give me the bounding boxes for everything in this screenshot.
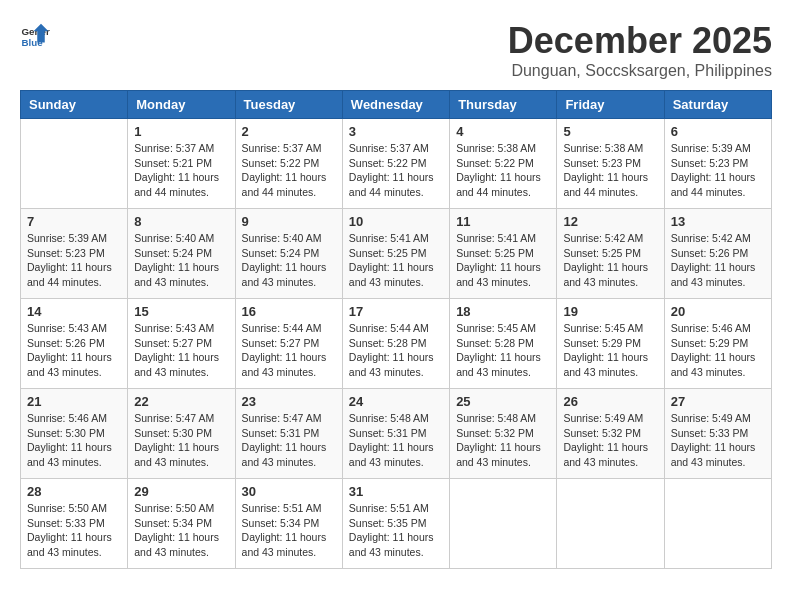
day-number: 13 bbox=[671, 214, 765, 229]
day-number: 23 bbox=[242, 394, 336, 409]
day-info: Sunrise: 5:50 AMSunset: 5:33 PMDaylight:… bbox=[27, 501, 121, 560]
calendar-cell: 31Sunrise: 5:51 AMSunset: 5:35 PMDayligh… bbox=[342, 479, 449, 569]
day-number: 31 bbox=[349, 484, 443, 499]
logo-icon: General Blue bbox=[20, 20, 50, 50]
calendar-cell: 29Sunrise: 5:50 AMSunset: 5:34 PMDayligh… bbox=[128, 479, 235, 569]
day-info: Sunrise: 5:42 AMSunset: 5:26 PMDaylight:… bbox=[671, 231, 765, 290]
col-header-tuesday: Tuesday bbox=[235, 91, 342, 119]
day-info: Sunrise: 5:43 AMSunset: 5:27 PMDaylight:… bbox=[134, 321, 228, 380]
week-row-3: 14Sunrise: 5:43 AMSunset: 5:26 PMDayligh… bbox=[21, 299, 772, 389]
day-number: 27 bbox=[671, 394, 765, 409]
calendar-cell: 27Sunrise: 5:49 AMSunset: 5:33 PMDayligh… bbox=[664, 389, 771, 479]
calendar-header-row: SundayMondayTuesdayWednesdayThursdayFrid… bbox=[21, 91, 772, 119]
calendar-cell: 28Sunrise: 5:50 AMSunset: 5:33 PMDayligh… bbox=[21, 479, 128, 569]
day-info: Sunrise: 5:51 AMSunset: 5:35 PMDaylight:… bbox=[349, 501, 443, 560]
col-header-sunday: Sunday bbox=[21, 91, 128, 119]
day-info: Sunrise: 5:42 AMSunset: 5:25 PMDaylight:… bbox=[563, 231, 657, 290]
day-number: 12 bbox=[563, 214, 657, 229]
calendar-cell bbox=[21, 119, 128, 209]
day-number: 1 bbox=[134, 124, 228, 139]
day-info: Sunrise: 5:44 AMSunset: 5:28 PMDaylight:… bbox=[349, 321, 443, 380]
calendar-cell: 20Sunrise: 5:46 AMSunset: 5:29 PMDayligh… bbox=[664, 299, 771, 389]
day-info: Sunrise: 5:38 AMSunset: 5:23 PMDaylight:… bbox=[563, 141, 657, 200]
day-number: 7 bbox=[27, 214, 121, 229]
title-block: December 2025 Dunguan, Soccsksargen, Phi… bbox=[508, 20, 772, 80]
calendar-cell: 25Sunrise: 5:48 AMSunset: 5:32 PMDayligh… bbox=[450, 389, 557, 479]
svg-text:General: General bbox=[22, 26, 51, 37]
col-header-monday: Monday bbox=[128, 91, 235, 119]
col-header-friday: Friday bbox=[557, 91, 664, 119]
calendar-table: SundayMondayTuesdayWednesdayThursdayFrid… bbox=[20, 90, 772, 569]
day-info: Sunrise: 5:37 AMSunset: 5:22 PMDaylight:… bbox=[242, 141, 336, 200]
calendar-cell: 6Sunrise: 5:39 AMSunset: 5:23 PMDaylight… bbox=[664, 119, 771, 209]
col-header-wednesday: Wednesday bbox=[342, 91, 449, 119]
day-number: 22 bbox=[134, 394, 228, 409]
calendar-cell: 14Sunrise: 5:43 AMSunset: 5:26 PMDayligh… bbox=[21, 299, 128, 389]
calendar-cell: 26Sunrise: 5:49 AMSunset: 5:32 PMDayligh… bbox=[557, 389, 664, 479]
day-info: Sunrise: 5:46 AMSunset: 5:30 PMDaylight:… bbox=[27, 411, 121, 470]
calendar-cell: 18Sunrise: 5:45 AMSunset: 5:28 PMDayligh… bbox=[450, 299, 557, 389]
calendar-cell bbox=[450, 479, 557, 569]
calendar-cell: 3Sunrise: 5:37 AMSunset: 5:22 PMDaylight… bbox=[342, 119, 449, 209]
calendar-cell: 12Sunrise: 5:42 AMSunset: 5:25 PMDayligh… bbox=[557, 209, 664, 299]
calendar-cell: 9Sunrise: 5:40 AMSunset: 5:24 PMDaylight… bbox=[235, 209, 342, 299]
day-info: Sunrise: 5:45 AMSunset: 5:28 PMDaylight:… bbox=[456, 321, 550, 380]
calendar-cell: 4Sunrise: 5:38 AMSunset: 5:22 PMDaylight… bbox=[450, 119, 557, 209]
day-number: 21 bbox=[27, 394, 121, 409]
day-info: Sunrise: 5:37 AMSunset: 5:22 PMDaylight:… bbox=[349, 141, 443, 200]
calendar-cell: 1Sunrise: 5:37 AMSunset: 5:21 PMDaylight… bbox=[128, 119, 235, 209]
day-number: 5 bbox=[563, 124, 657, 139]
day-number: 28 bbox=[27, 484, 121, 499]
day-number: 17 bbox=[349, 304, 443, 319]
calendar-cell: 13Sunrise: 5:42 AMSunset: 5:26 PMDayligh… bbox=[664, 209, 771, 299]
day-info: Sunrise: 5:43 AMSunset: 5:26 PMDaylight:… bbox=[27, 321, 121, 380]
calendar-cell: 15Sunrise: 5:43 AMSunset: 5:27 PMDayligh… bbox=[128, 299, 235, 389]
calendar-cell bbox=[557, 479, 664, 569]
day-number: 25 bbox=[456, 394, 550, 409]
calendar-cell: 5Sunrise: 5:38 AMSunset: 5:23 PMDaylight… bbox=[557, 119, 664, 209]
day-info: Sunrise: 5:49 AMSunset: 5:33 PMDaylight:… bbox=[671, 411, 765, 470]
day-number: 15 bbox=[134, 304, 228, 319]
day-info: Sunrise: 5:48 AMSunset: 5:31 PMDaylight:… bbox=[349, 411, 443, 470]
day-info: Sunrise: 5:39 AMSunset: 5:23 PMDaylight:… bbox=[671, 141, 765, 200]
week-row-1: 1Sunrise: 5:37 AMSunset: 5:21 PMDaylight… bbox=[21, 119, 772, 209]
day-info: Sunrise: 5:38 AMSunset: 5:22 PMDaylight:… bbox=[456, 141, 550, 200]
calendar-cell: 30Sunrise: 5:51 AMSunset: 5:34 PMDayligh… bbox=[235, 479, 342, 569]
day-info: Sunrise: 5:37 AMSunset: 5:21 PMDaylight:… bbox=[134, 141, 228, 200]
day-number: 20 bbox=[671, 304, 765, 319]
calendar-cell: 10Sunrise: 5:41 AMSunset: 5:25 PMDayligh… bbox=[342, 209, 449, 299]
calendar-cell: 22Sunrise: 5:47 AMSunset: 5:30 PMDayligh… bbox=[128, 389, 235, 479]
calendar-cell: 11Sunrise: 5:41 AMSunset: 5:25 PMDayligh… bbox=[450, 209, 557, 299]
day-info: Sunrise: 5:45 AMSunset: 5:29 PMDaylight:… bbox=[563, 321, 657, 380]
day-number: 19 bbox=[563, 304, 657, 319]
day-number: 30 bbox=[242, 484, 336, 499]
col-header-saturday: Saturday bbox=[664, 91, 771, 119]
day-info: Sunrise: 5:39 AMSunset: 5:23 PMDaylight:… bbox=[27, 231, 121, 290]
logo: General Blue bbox=[20, 20, 50, 50]
day-info: Sunrise: 5:50 AMSunset: 5:34 PMDaylight:… bbox=[134, 501, 228, 560]
calendar-cell bbox=[664, 479, 771, 569]
day-number: 6 bbox=[671, 124, 765, 139]
calendar-cell: 19Sunrise: 5:45 AMSunset: 5:29 PMDayligh… bbox=[557, 299, 664, 389]
month-title: December 2025 bbox=[508, 20, 772, 62]
day-number: 4 bbox=[456, 124, 550, 139]
calendar-cell: 7Sunrise: 5:39 AMSunset: 5:23 PMDaylight… bbox=[21, 209, 128, 299]
col-header-thursday: Thursday bbox=[450, 91, 557, 119]
day-number: 18 bbox=[456, 304, 550, 319]
day-info: Sunrise: 5:41 AMSunset: 5:25 PMDaylight:… bbox=[349, 231, 443, 290]
day-info: Sunrise: 5:40 AMSunset: 5:24 PMDaylight:… bbox=[242, 231, 336, 290]
day-info: Sunrise: 5:47 AMSunset: 5:30 PMDaylight:… bbox=[134, 411, 228, 470]
week-row-4: 21Sunrise: 5:46 AMSunset: 5:30 PMDayligh… bbox=[21, 389, 772, 479]
calendar-cell: 16Sunrise: 5:44 AMSunset: 5:27 PMDayligh… bbox=[235, 299, 342, 389]
day-info: Sunrise: 5:47 AMSunset: 5:31 PMDaylight:… bbox=[242, 411, 336, 470]
day-number: 2 bbox=[242, 124, 336, 139]
day-info: Sunrise: 5:40 AMSunset: 5:24 PMDaylight:… bbox=[134, 231, 228, 290]
calendar-cell: 8Sunrise: 5:40 AMSunset: 5:24 PMDaylight… bbox=[128, 209, 235, 299]
day-number: 24 bbox=[349, 394, 443, 409]
calendar-cell: 17Sunrise: 5:44 AMSunset: 5:28 PMDayligh… bbox=[342, 299, 449, 389]
calendar-cell: 23Sunrise: 5:47 AMSunset: 5:31 PMDayligh… bbox=[235, 389, 342, 479]
location: Dunguan, Soccsksargen, Philippines bbox=[508, 62, 772, 80]
day-number: 10 bbox=[349, 214, 443, 229]
day-number: 29 bbox=[134, 484, 228, 499]
day-number: 11 bbox=[456, 214, 550, 229]
